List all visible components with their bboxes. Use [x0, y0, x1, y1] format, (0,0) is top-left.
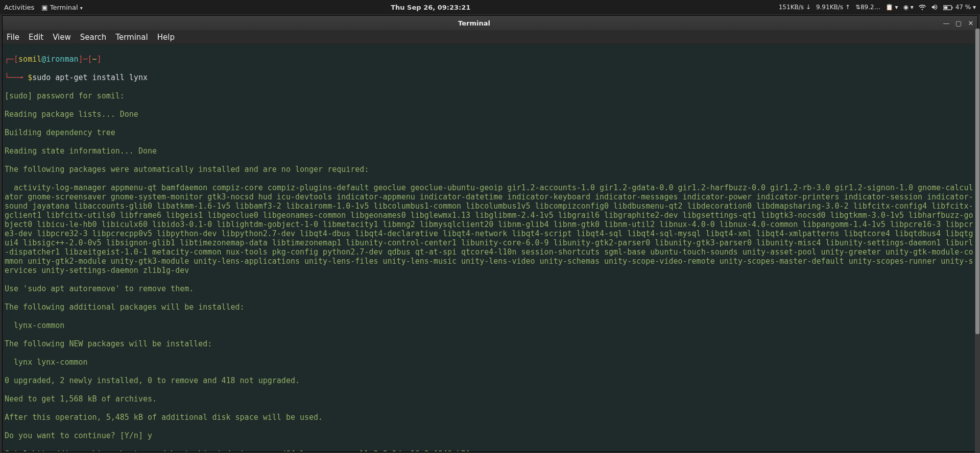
maximize-button[interactable]: ▢ [955, 19, 962, 27]
out-line: Reading state information... Done [5, 146, 975, 156]
out-line: lynx-common [5, 321, 975, 330]
scrollbar[interactable] [975, 29, 980, 453]
scrollbar-thumb[interactable] [975, 29, 979, 334]
menu-terminal[interactable]: Terminal [115, 33, 148, 42]
volume-icon[interactable] [931, 4, 938, 11]
terminal-icon: ▣ [41, 4, 50, 11]
menu-search[interactable]: Search [80, 33, 107, 42]
window-title: Terminal [6, 19, 943, 27]
menu-bar: File Edit View Search Terminal Help [3, 30, 977, 44]
menu-file[interactable]: File [7, 33, 19, 42]
out-line: Get:1 http://in.archive.ubuntu.com/ubunt… [5, 449, 975, 451]
gnome-top-bar: Activities ▣ Terminal Thu Sep 26, 09:23:… [0, 0, 980, 14]
window-title-bar[interactable]: Terminal — ▢ ✕ [3, 16, 977, 30]
command-text: sudo apt-get install lynx [32, 73, 148, 82]
out-line: Building dependency tree [5, 128, 975, 137]
clock[interactable]: Thu Sep 26, 09:23:21 [83, 4, 779, 11]
out-line: The following additional packages will b… [5, 303, 975, 312]
prompt-dollar: $ [28, 73, 32, 82]
prompt-cwd: ~ [92, 55, 97, 64]
svg-rect-2 [944, 6, 947, 9]
prompt-at: @ [41, 55, 46, 64]
net-up-indicator: 9.91KB/s ↑ [816, 4, 850, 11]
terminal-window: Terminal — ▢ ✕ File Edit View Search Ter… [2, 15, 978, 452]
prompt-mid: ]─[ [79, 55, 92, 64]
menu-edit[interactable]: Edit [29, 33, 43, 42]
menu-view[interactable]: View [53, 33, 71, 42]
out-line: Use 'sudo apt autoremove' to remove them… [5, 284, 975, 293]
prompt-close: ] [97, 55, 102, 64]
battery-indicator[interactable]: 47 % ▾ [943, 4, 976, 11]
net-total-indicator: ⇅89.2… [855, 4, 880, 11]
accessibility-icon[interactable]: ◉ ▾ [903, 4, 914, 11]
wifi-icon[interactable] [919, 4, 926, 11]
app-menu-label: Terminal [50, 4, 78, 11]
prompt-bracket: ┌─[ [5, 55, 18, 64]
out-line: lynx lynx-common [5, 358, 975, 367]
prompt-user: somil [18, 55, 41, 64]
clipboard-icon[interactable]: 📋 ▾ [886, 4, 898, 11]
out-line: 0 upgraded, 2 newly installed, 0 to remo… [5, 376, 975, 385]
out-line: Reading package lists... Done [5, 110, 975, 119]
out-line: The following packages were automaticall… [5, 165, 975, 174]
minimize-button[interactable]: — [943, 19, 950, 27]
out-line: The following NEW packages will be insta… [5, 339, 975, 348]
app-menu[interactable]: ▣ Terminal [41, 4, 83, 11]
terminal-output[interactable]: ┌─[somil@ironman]─[~] └──╼ $sudo apt-get… [3, 44, 977, 451]
sudo-prompt: [sudo] password for somil: [5, 91, 975, 100]
prompt-line2: └──╼ [5, 73, 28, 82]
package-list: activity-log-manager appmenu-qt bamfdaem… [5, 183, 975, 275]
svg-rect-1 [951, 7, 952, 8]
prompt-host: ironman [46, 55, 78, 64]
net-down-indicator: 151KB/s ↓ [779, 4, 811, 11]
out-line: Do you want to continue? [Y/n] y [5, 431, 975, 440]
battery-percent: 47 % [955, 4, 971, 11]
activities-button[interactable]: Activities [4, 4, 34, 11]
menu-help[interactable]: Help [157, 33, 175, 42]
out-line: Need to get 1,568 kB of archives. [5, 394, 975, 404]
out-line: After this operation, 5,485 kB of additi… [5, 413, 975, 422]
close-button[interactable]: ✕ [967, 19, 974, 27]
